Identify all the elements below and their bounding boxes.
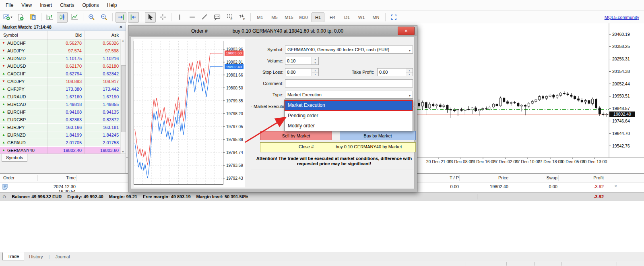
dialog-close-button[interactable]: ✕ [398,27,415,35]
spin-down-icon[interactable]: ▾ [406,73,413,76]
fibonacci-icon[interactable]: F [224,12,235,23]
vertical-line-icon[interactable] [174,12,185,23]
market-watch-row[interactable]: ▼CADJPY108.883108.917 [0,78,126,85]
tab-trade[interactable]: Trade [2,252,24,260]
market-watch-row[interactable]: ▼AUDJPY97.57497.598 [0,47,126,55]
crosshair-icon[interactable] [157,12,168,23]
market-watch-row[interactable]: ▲AUDNZD1.101751.10216 [0,55,126,62]
toolbar-separator [142,13,142,21]
timeframe-mn[interactable]: MN [369,12,382,22]
market-watch-row[interactable]: ▲EURAUD1.671601.67190 [0,93,126,101]
market-watch-close-icon[interactable]: ✕ [118,25,123,29]
market-watch-row[interactable]: ▲EURCHF0.941080.94135 [0,108,126,116]
trendline-icon[interactable] [199,12,210,23]
market-watch-row[interactable]: ▲EURGBP0.828630.82872 [0,116,126,124]
symbol-name: AUDCHF [7,41,26,46]
market-watch-row[interactable]: ▲EURJPY163.166163.181 [0,124,126,131]
menu-options[interactable]: Options [78,1,103,10]
annotation-arrow [241,111,293,145]
fullscreen-icon[interactable] [388,12,399,23]
open-accounts-icon[interactable]: $ [27,12,38,23]
spin-down-icon[interactable]: ▾ [312,73,318,76]
buy-by-market-button[interactable]: Buy by Market [340,131,416,140]
svg-text:19798.20: 19798.20 [226,112,243,116]
timeframe-h1[interactable]: H1 [312,12,324,22]
tab-history[interactable]: History [24,253,47,260]
market-watch-scrollbar[interactable]: ▲ ▼ [120,39,126,154]
order-price: 19802.40 [460,184,508,189]
balance-item: Margin level: 50 391.50% [196,194,248,199]
stop-loss-spin-buttons[interactable]: ▴▾ [312,69,318,76]
auto-scroll-icon[interactable] [116,12,126,23]
candlestick-chart-icon[interactable] [57,12,68,23]
zoom-in-icon[interactable] [86,12,97,23]
balance-item: Margin: 99.21 [109,194,137,199]
cursor-icon[interactable] [145,12,156,23]
volume-spin-buttons[interactable]: ▴▾ [312,57,318,64]
timeframe-h4[interactable]: H4 [326,12,339,22]
symbol-name: GERMANY40 [7,148,35,153]
scroll-down-icon[interactable]: ▼ [122,150,124,153]
tab-symbols[interactable]: Symbols [2,154,27,162]
horizontal-line-icon[interactable] [187,12,198,23]
symbol-label: Symbol: [249,46,283,54]
chevron-down-icon: ▾ [409,47,411,54]
type-option[interactable]: Pending order [285,111,413,121]
spin-down-icon[interactable]: ▾ [312,61,318,65]
type-select[interactable]: Market Execution ▾ [285,91,413,99]
timeframe-m30[interactable]: M30 [297,12,310,22]
menu-charts[interactable]: Charts [56,1,78,10]
spin-up-icon[interactable]: ▴ [312,69,318,73]
price-up-icon: ▲ [2,87,5,91]
column-profit: Profit [559,175,604,180]
bar-chart-icon[interactable] [44,12,55,23]
timeframe-m15[interactable]: M15 [283,12,295,22]
menu-file[interactable]: File [2,1,17,10]
symbol-select-value: GERMANY40, Germany 40 Index CFD, cash (E… [287,47,389,52]
collapse-icon[interactable]: ⊖ [2,194,6,200]
tab-journal[interactable]: Journal [50,253,74,260]
type-option[interactable]: Modify order [285,121,413,131]
new-chart-icon[interactable]: ▾ [2,12,13,23]
price-down-icon: ▼ [2,64,5,68]
text-label-icon[interactable] [212,12,223,23]
market-watch-row[interactable]: ▲CADCHF0.627940.62842 [0,70,126,78]
market-watch-row[interactable]: ▲GBPAUD2.017052.01758 [0,139,126,147]
scroll-up-icon[interactable]: ▲ [122,39,124,42]
symbol-select[interactable]: GERMANY40, Germany 40 Index CFD, cash (E… [285,46,413,54]
timeframe-w1[interactable]: W1 [355,12,368,22]
objects-list-icon[interactable]: E [237,12,248,23]
market-watch-row[interactable]: ▲EURNZD1.841991.84245 [0,131,126,139]
statusbar-divider [589,262,589,266]
column-ask[interactable]: Ask [85,33,119,37]
market-watch-row[interactable]: ▼AUDCHF0.562780.56326 [0,39,126,47]
zoom-out-icon[interactable] [99,12,109,23]
scrollbar-thumb[interactable] [121,65,126,132]
menu-insert[interactable]: Insert [36,1,56,10]
chart-shift-icon[interactable] [128,12,139,23]
spin-up-icon[interactable]: ▴ [312,57,318,61]
chevron-down-icon: ▾ [409,92,411,100]
take-profit-spin-buttons[interactable]: ▴▾ [406,69,413,76]
menu-view[interactable]: View [17,1,36,10]
market-watch-row[interactable]: ▲EURCAD1.498181.49855 [0,101,126,108]
type-option[interactable]: Market Execution [285,100,413,111]
mql5-community-link[interactable]: MQL5.community [605,15,639,20]
close-position-icon[interactable]: ✕ [614,184,617,188]
comment-input[interactable] [285,79,413,87]
svg-text:19848.57: 19848.57 [612,106,630,111]
market-watch-row[interactable]: ▲CHFJPY173.380173.442 [0,85,126,93]
market-watch-row[interactable]: ▼AUDUSD0.621700.62180 [0,62,126,70]
line-chart-icon[interactable] [69,12,80,23]
timeframe-d1[interactable]: D1 [341,12,353,22]
timeframe-m5[interactable]: M5 [268,12,281,22]
menu-help[interactable]: Help [103,1,121,10]
ask-value: 19803.60 [85,148,119,153]
order-dialog-titlebar[interactable]: Order # buy 0.10 GERMANY40 at 19841.60 s… [129,26,417,36]
symbol-name: CHFJPY [7,87,25,91]
column-bid[interactable]: Bid [48,33,82,37]
new-order-icon[interactable] [15,12,26,23]
column-symbol[interactable]: Symbol [3,33,18,37]
spin-up-icon[interactable]: ▴ [406,69,413,73]
timeframe-m1[interactable]: M1 [254,12,266,22]
